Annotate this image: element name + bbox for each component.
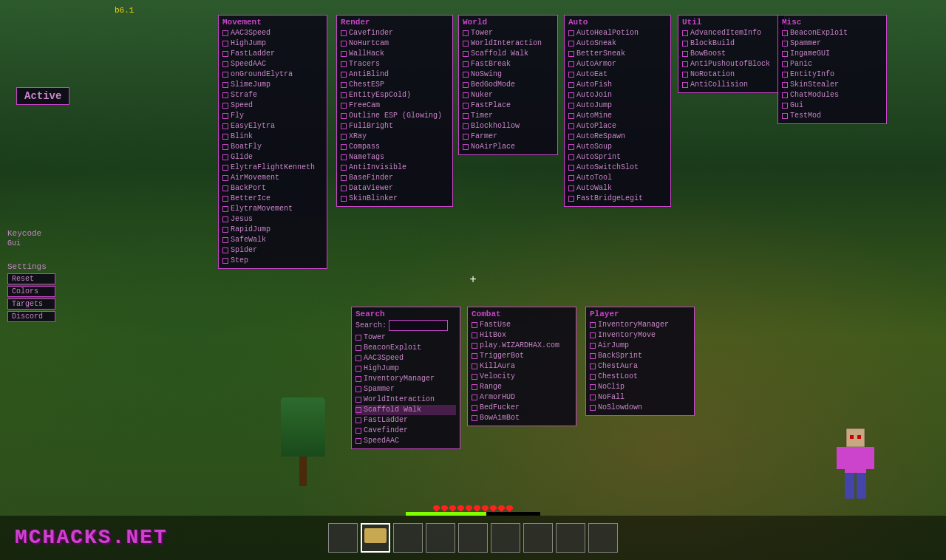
item-checkbox[interactable]	[782, 51, 788, 57]
panel-item[interactable]: BoatFly	[222, 142, 323, 152]
item-checkbox[interactable]	[222, 72, 228, 78]
item-checkbox[interactable]	[341, 51, 347, 57]
item-checkbox[interactable]	[341, 30, 347, 36]
item-checkbox[interactable]	[355, 366, 361, 372]
panel-item[interactable]: Velocity	[472, 372, 572, 382]
panel-item[interactable]: TriggerBot	[472, 351, 572, 361]
item-checkbox[interactable]	[782, 103, 788, 109]
item-checkbox[interactable]	[222, 92, 228, 98]
hotbar-slot-1[interactable]	[328, 523, 358, 553]
search-input[interactable]	[389, 320, 448, 331]
panel-item[interactable]: Gui	[782, 100, 882, 111]
panel-item[interactable]: FastPlace	[463, 100, 554, 111]
item-checkbox[interactable]	[222, 206, 228, 212]
panel-item[interactable]: AutoEat	[568, 69, 667, 80]
item-checkbox[interactable]	[355, 397, 361, 403]
item-checkbox[interactable]	[682, 72, 688, 78]
item-checkbox[interactable]	[568, 41, 574, 47]
panel-item[interactable]: KillAura	[472, 361, 572, 372]
panel-item[interactable]: Spammer	[355, 384, 456, 395]
item-checkbox[interactable]	[568, 144, 574, 150]
panel-item[interactable]: BeaconExploit	[355, 343, 456, 353]
item-checkbox[interactable]	[222, 123, 228, 129]
panel-item[interactable]: Cavefinder	[341, 28, 449, 38]
panel-item[interactable]: DataViewer	[341, 183, 449, 194]
panel-item[interactable]: AntiInvisible	[341, 163, 449, 173]
item-checkbox[interactable]	[782, 113, 788, 119]
discord-button[interactable]: Discord	[7, 311, 55, 322]
panel-item[interactable]: InventoryManager	[355, 374, 456, 384]
panel-item[interactable]: Tower	[463, 28, 554, 38]
panel-item[interactable]: HighJump	[355, 363, 456, 374]
panel-item[interactable]: Spammer	[782, 38, 882, 49]
hotbar-slot-6[interactable]	[491, 523, 520, 553]
panel-item[interactable]: ArmorHUD	[472, 392, 572, 403]
item-checkbox[interactable]	[355, 376, 361, 382]
panel-item[interactable]: BeaconExploit	[782, 28, 882, 38]
panel-item[interactable]: WallHack	[341, 49, 449, 59]
item-checkbox[interactable]	[568, 103, 574, 109]
panel-item[interactable]: AutoPlace	[568, 121, 667, 132]
item-checkbox[interactable]	[222, 216, 228, 222]
panel-item[interactable]: AirMovement	[222, 173, 323, 183]
panel-item[interactable]: AutoSwitchSlot	[568, 163, 667, 173]
item-checkbox[interactable]	[341, 72, 347, 78]
item-checkbox[interactable]	[782, 30, 788, 36]
item-checkbox[interactable]	[341, 185, 347, 191]
panel-item[interactable]: EasyElytra	[222, 121, 323, 132]
panel-item[interactable]: AutoMine	[568, 111, 667, 121]
item-checkbox[interactable]	[472, 384, 477, 390]
panel-item[interactable]: SlimeJump	[222, 80, 323, 90]
item-checkbox[interactable]	[222, 247, 228, 253]
panel-item[interactable]: BowBoost	[682, 49, 780, 59]
item-checkbox[interactable]	[463, 61, 469, 67]
item-checkbox[interactable]	[682, 30, 688, 36]
item-checkbox[interactable]	[341, 61, 347, 67]
panel-item[interactable]: NoSlowdown	[590, 403, 690, 413]
panel-item[interactable]: AAC3Speed	[355, 353, 456, 363]
item-checkbox[interactable]	[472, 374, 477, 380]
item-checkbox[interactable]	[355, 438, 361, 444]
panel-item[interactable]: ChestLoot	[590, 372, 690, 382]
item-checkbox[interactable]	[568, 123, 574, 129]
reset-button[interactable]: Reset	[7, 273, 55, 284]
item-checkbox[interactable]	[463, 113, 469, 119]
item-checkbox[interactable]	[472, 353, 477, 359]
panel-item[interactable]: NoSwing	[463, 69, 554, 80]
item-checkbox[interactable]	[590, 322, 596, 328]
item-checkbox[interactable]	[568, 196, 574, 202]
item-checkbox[interactable]	[590, 374, 596, 380]
item-checkbox[interactable]	[222, 30, 228, 36]
panel-item[interactable]: NoHurtcam	[341, 38, 449, 49]
panel-item[interactable]: HighJump	[222, 38, 323, 49]
panel-item[interactable]: WorldInteraction	[355, 395, 456, 405]
panel-item[interactable]: WorldInteraction	[463, 38, 554, 49]
panel-item[interactable]: TestMod	[782, 111, 882, 121]
targets-button[interactable]: Targets	[7, 298, 55, 310]
hotbar-slot-5[interactable]	[458, 523, 488, 553]
item-checkbox[interactable]	[568, 113, 574, 119]
item-checkbox[interactable]	[568, 185, 574, 191]
panel-item[interactable]: NoFall	[590, 392, 690, 403]
item-checkbox[interactable]	[463, 51, 469, 57]
panel-item[interactable]: NameTags	[341, 152, 449, 163]
panel-item[interactable]: BackSprint	[590, 351, 690, 361]
item-checkbox[interactable]	[590, 395, 596, 400]
item-checkbox[interactable]	[568, 175, 574, 181]
item-checkbox[interactable]	[463, 41, 469, 47]
panel-item[interactable]: Spider	[222, 245, 323, 256]
item-checkbox[interactable]	[782, 92, 788, 98]
panel-item[interactable]: Outline ESP (Glowing)	[341, 111, 449, 121]
panel-item[interactable]: Speed	[222, 100, 323, 111]
panel-item[interactable]: BlockBuild	[682, 38, 780, 49]
panel-item[interactable]: InventoryManager	[590, 320, 690, 330]
item-checkbox[interactable]	[568, 154, 574, 160]
item-checkbox[interactable]	[472, 322, 477, 328]
item-checkbox[interactable]	[222, 113, 228, 119]
panel-item[interactable]: XRay	[341, 132, 449, 142]
panel-item[interactable]: SpeedAAC	[355, 436, 456, 446]
item-checkbox[interactable]	[341, 134, 347, 140]
panel-item[interactable]: EntityInfo	[782, 69, 882, 80]
panel-item[interactable]: Panic	[782, 59, 882, 69]
panel-item[interactable]: ChestESP	[341, 80, 449, 90]
